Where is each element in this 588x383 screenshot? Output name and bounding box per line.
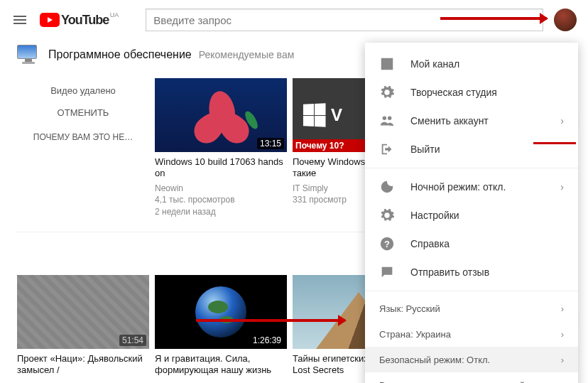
moon-icon [379,179,395,195]
menu-label: Выйти [410,144,440,155]
hamburger-icon[interactable] [11,11,28,28]
duration-badge: 51:54 [119,335,146,346]
menu-label: Настройки [410,210,459,221]
video-thumbnail[interactable]: 1:26:39 [155,275,287,349]
video-age: 2 недели назад [155,206,287,218]
menu-restricted-mode[interactable]: Безопасный режим: Откл. › [365,347,578,372]
youtube-logo[interactable]: YouTube UA [40,13,109,28]
computer-icon [17,45,40,65]
logo-region: UA [110,11,119,18]
feedback-icon [379,264,395,280]
gear-icon [379,85,395,100]
menu-language[interactable]: Язык: Русский › [365,296,578,321]
menu-sign-out[interactable]: Выйти [365,135,578,163]
menu-label: Вернуться к классическому дизайну [379,380,535,384]
annotation-underline [533,142,576,144]
app-header: YouTube UA [0,0,588,40]
menu-label: Мой канал [410,58,459,70]
shelf-subtitle: Рекомендуемые вам [199,49,295,60]
menu-dark-theme[interactable]: Ночной режим: откл. › [365,173,578,201]
menu-studio[interactable]: Творческая студия [365,78,578,107]
menu-classic-design[interactable]: Вернуться к классическому дизайну [365,372,578,383]
chevron-right-icon: › [560,115,564,126]
annotation-arrow [196,319,345,322]
sign-out-icon [379,141,395,157]
channel-name[interactable]: Neowin [155,183,287,195]
undo-button[interactable]: ОТМЕНИТЬ [17,107,149,118]
video-views: 4,1 тыс. просмотров [155,194,287,206]
logo-text: YouTube [61,13,109,28]
deleted-card: Видео удалено ОТМЕНИТЬ ПОЧЕМУ ВАМ ЭТО НЕ… [17,78,149,220]
shelf-title[interactable]: Программное обеспечение [48,48,192,61]
gear-icon [379,207,395,223]
menu-switch-account[interactable]: Сменить аккаунт › [365,107,578,135]
video-thumbnail[interactable]: 51:54 [17,275,149,349]
video-card: 13:15 Windows 10 build 17063 hands on Ne… [155,78,287,220]
menu-settings[interactable]: Настройки [365,201,578,230]
menu-label: Страна: Украина [379,329,451,340]
help-icon: ? [379,236,395,252]
menu-label: Творческая студия [410,87,497,98]
chevron-right-icon: › [561,355,564,365]
video-title[interactable]: Я и гравитация. Сила, формирующая нашу ж… [155,353,287,377]
menu-my-channel[interactable]: Мой канал [365,50,578,78]
chevron-right-icon: › [561,303,564,314]
menu-feedback[interactable]: Отправить отзыв [365,258,578,286]
menu-help[interactable]: ? Справка [365,230,578,258]
svg-text:?: ? [384,239,390,249]
account-menu: Мой канал Творческая студия Сменить акка… [365,43,578,383]
divider [365,168,578,168]
video-thumbnail[interactable]: 13:15 [155,78,287,152]
menu-label: Ночной режим: откл. [410,181,506,193]
tell-why-button[interactable]: ПОЧЕМУ ВАМ ЭТО НЕ… [17,132,149,142]
duration-badge: 13:15 [257,138,284,149]
people-icon [379,113,395,129]
search-bar [146,9,543,31]
video-card: 1:26:39 Я и гравитация. Сила, формирующа… [155,275,287,383]
menu-label: Безопасный режим: Откл. [379,355,490,365]
video-title[interactable]: Проект «Наци»: Дьявольский замысел / [17,353,149,377]
deleted-message: Видео удалено [17,85,149,96]
account-box-icon [379,56,395,72]
menu-label: Сменить аккаунт [410,115,489,126]
annotation-arrow [440,17,547,20]
search-input[interactable] [146,9,543,31]
menu-label: Справка [410,238,450,249]
video-title[interactable]: Windows 10 build 17063 hands on [155,156,287,180]
duration-badge: 1:26:39 [250,335,284,346]
video-card: 51:54 Проект «Наци»: Дьявольский замысел… [17,275,149,383]
play-icon [40,13,60,27]
menu-label: Язык: Русский [379,303,440,314]
chevron-right-icon: › [561,329,564,340]
divider [365,291,578,291]
chevron-right-icon: › [560,181,564,193]
menu-location[interactable]: Страна: Украина › [365,321,578,347]
menu-label: Отправить отзыв [410,266,489,278]
avatar[interactable] [554,9,577,31]
